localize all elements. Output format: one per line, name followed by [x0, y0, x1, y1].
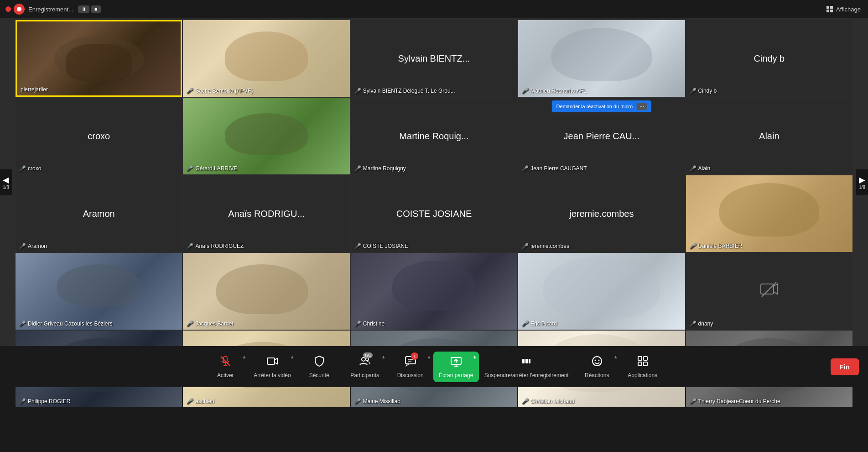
mute-icon-aschieri: 🎤 [187, 398, 193, 405]
participant-label-sacha: 🎤 Sacha Bentolila (APVF) [187, 88, 253, 94]
chevron-ecran[interactable]: ▲ [473, 354, 477, 359]
mic-icon [219, 355, 231, 370]
tile-didier: 🎤 Didier Griveau Cazouls les Béziers [16, 253, 182, 330]
toolbar-item-participants[interactable]: ▲ 191 Participants [342, 352, 388, 382]
participant-label-didier: 🎤 Didier Griveau Cazouls les Béziers [19, 321, 112, 327]
tile-croxo: croxo 🎤 croxo [16, 98, 182, 174]
chevron-discussion[interactable]: ▲ [427, 354, 431, 359]
toolbar-item-ecran[interactable]: ▲ Écran partagé [433, 352, 479, 382]
tile-martine: Martine Roquig... 🎤 Martine Roquigny [351, 98, 517, 174]
toolbar-item-activer[interactable]: ▲ Activer [203, 352, 248, 382]
chevron-reactions[interactable]: ▲ [613, 354, 618, 359]
applications-icon [637, 355, 649, 370]
tile-christine: 🎤 Christine [351, 253, 517, 330]
toolbar-item-enregistrement[interactable]: Suspendre/arrêter l'enregistrement [479, 352, 574, 382]
bottom-toolbar: ▲ Activer ▲ Arrêter la vidéo [0, 346, 868, 387]
mute-icon-christian: 🎤 [522, 398, 529, 405]
svg-rect-23 [522, 359, 525, 363]
tile-jeanpierre: Demander la réactivation du micro ··· Je… [518, 98, 685, 174]
affichage-label: Affichage [836, 6, 861, 13]
chevron-video[interactable]: ▲ [290, 354, 295, 359]
video-icon [266, 355, 278, 370]
svg-rect-2 [830, 6, 833, 9]
affichage-menu[interactable]: Affichage [826, 5, 861, 13]
mute-icon-thierry: 🎤 [690, 398, 696, 405]
mute-icon-coiste: 🎤 [354, 243, 361, 249]
toolbar-label-ecran: Écran partagé [439, 372, 473, 378]
nav-prev-button[interactable]: ◀ 1/8 [0, 169, 12, 195]
mute-icon-sylvain: 🎤 [354, 88, 361, 94]
svg-point-26 [593, 357, 602, 366]
participant-name-center-martine: Martine Roquig... [395, 127, 472, 145]
pause-button[interactable]: ⏸ [78, 5, 89, 13]
participant-label-thierry: 🎤 Thierry Rabjeau-Coeur du Perche [690, 398, 780, 405]
stop-button[interactable]: ■ [91, 5, 101, 13]
chevron-participants[interactable]: ▲ [381, 354, 386, 359]
svg-marker-6 [774, 284, 777, 294]
participant-label-coiste: 🎤 COISTE JOSIANE [354, 243, 408, 249]
chevron-activer[interactable]: ▲ [242, 354, 246, 359]
participants-count: 191 [363, 352, 373, 358]
mute-icon-sacha: 🎤 [187, 88, 193, 94]
toolbar-item-video[interactable]: ▲ Arrêter la vidéo [248, 352, 296, 382]
record-label: Enregistrement... [28, 6, 73, 13]
mute-icon-gerard: 🎤 [187, 165, 193, 172]
mute-icon-jeremie: 🎤 [522, 243, 529, 249]
tile-eric: 🎤 Eric Picard [518, 253, 685, 330]
participant-name-center-croxo: croxo [84, 127, 114, 145]
participant-name-center-alain: Alain [755, 127, 783, 145]
tile-jeremie: jeremie.combes 🎤 jeremie.combes [518, 175, 685, 252]
mute-icon-didier: 🎤 [19, 321, 26, 327]
end-meeting-button[interactable]: Fin [831, 358, 859, 375]
participant-name-center-cindy: Cindy b [750, 50, 788, 68]
participant-label-christian: 🎤 Christian Michaud [522, 398, 574, 405]
participant-label-croxo: 🎤 croxo [19, 165, 41, 172]
tile-alain: Alain 🎤 Alain [686, 98, 852, 174]
toolbar-label-activer: Activer [217, 372, 234, 378]
toolbar-label-securite: Sécurité [309, 372, 329, 378]
mute-icon-croxo: 🎤 [19, 165, 26, 172]
record-icon [14, 4, 25, 15]
toolbar-label-enregistrement: Suspendre/arrêter l'enregistrement [484, 372, 569, 378]
participant-label-philippe: 🎤 Philippe ROGIER [19, 398, 70, 405]
toolbar-item-reactions[interactable]: ▲ Réactions [574, 352, 620, 382]
share-screen-icon [450, 355, 462, 370]
participant-label-cindy: 🎤 Cindy b [690, 88, 717, 94]
svg-rect-5 [761, 284, 774, 294]
participant-name-center-anais: Anaïs RODRIGU... [224, 205, 308, 223]
svg-rect-1 [826, 6, 829, 9]
participant-label-mathieu: 🎤 Mathieu Rosnarho AFL [522, 88, 587, 94]
svg-rect-3 [826, 10, 829, 12]
participant-label-daniele: 🎤 Danièle BARBIER [690, 243, 743, 249]
mute-icon-aramon: 🎤 [19, 243, 26, 249]
mute-icon-philippe: 🎤 [19, 398, 26, 405]
mute-icon-daniele: 🎤 [690, 243, 696, 249]
svg-point-0 [17, 7, 21, 11]
mute-icon-christine: 🎤 [354, 321, 361, 327]
svg-marker-13 [275, 358, 277, 364]
participant-label-christine: 🎤 Christine [354, 321, 385, 327]
participant-name-center-jeanpierre: Jean Pierre CAU... [560, 127, 644, 145]
svg-rect-4 [830, 10, 833, 12]
chat-icon: 1 [405, 355, 416, 370]
participant-label-pierrejarlier: pierrejarlier [21, 86, 48, 93]
record-indicator [5, 6, 11, 12]
participant-label-alain: 🎤 Alain [690, 165, 711, 172]
mute-icon-cindy: 🎤 [690, 88, 696, 94]
svg-point-14 [362, 357, 365, 361]
tile-coiste: COISTE JOSIANE 🎤 COISTE JOSIANE [351, 175, 517, 252]
toolbar-item-securite[interactable]: Sécurité [296, 352, 342, 382]
tile-gerard: 🎤 Gérard LARRIVE [183, 98, 349, 174]
toolbar-item-discussion[interactable]: ▲ 1 Discussion [388, 352, 433, 382]
popup-more-button[interactable]: ··· [637, 103, 647, 110]
request-mic-popup: Demander la réactivation du micro ··· [552, 100, 652, 112]
svg-rect-29 [638, 357, 642, 360]
participant-label-sylvain: 🎤 Sylvain BIENTZ Délégué T. Le Grou... [354, 88, 455, 94]
tile-dnany: 🎤 dnany [686, 253, 852, 330]
nav-next-button[interactable]: ▶ 1/8 [856, 169, 868, 195]
participant-label-mairie: 🎤 Mairie Missillac [354, 398, 400, 405]
toolbar-item-applications[interactable]: Applications [620, 352, 665, 382]
record-control-icon [520, 355, 532, 370]
svg-rect-30 [644, 357, 647, 360]
tile-pierrejarlier: pierrejarlier [16, 20, 182, 97]
